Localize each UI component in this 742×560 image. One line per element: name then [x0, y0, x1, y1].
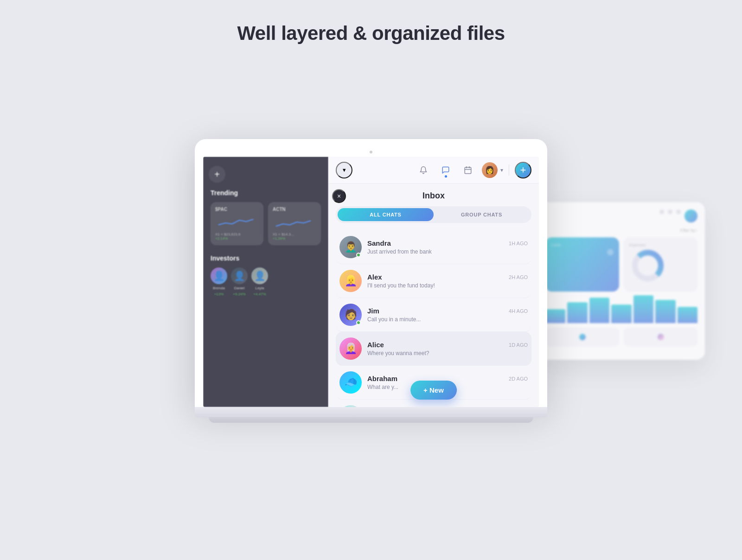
chat-avatar-wrap-jim: 🧑: [339, 304, 362, 326]
dash-btn-blue: [684, 210, 697, 223]
ticker-actn: ACTN: [273, 207, 316, 212]
inbox-title: Inbox: [422, 191, 445, 201]
nav-chat-btn[interactable]: [437, 162, 454, 178]
chat-item-sandra[interactable]: 👨‍🦱 Sandra 1H AGO Just arrived: [336, 230, 531, 264]
chat-preview-sandra: Just arrived from the bank: [367, 248, 528, 255]
laptop-screen: + Trending $PAC X1 = $23,623.6 +2.14%: [203, 157, 539, 407]
chat-info-sandra: Sandra 1H AGO Just arrived from the bank: [367, 239, 528, 255]
chat-preview-jim: Call you in a minute...: [367, 316, 528, 323]
top-nav: ▾: [328, 157, 539, 184]
trending-title: Trending: [211, 189, 321, 197]
chat-time-abraham: 2D AGO: [509, 376, 528, 382]
chat-name-alex: Alex: [367, 273, 382, 281]
change-actn: +1.26%: [273, 236, 316, 241]
trend-card-spac: $PAC X1 = $23,623.6 +2.14%: [211, 202, 263, 245]
investors-title: Investors: [211, 255, 321, 262]
investor-name-brenda: Brenda: [213, 286, 225, 290]
device-area: Filter by~ Cards Expenses: [0, 54, 742, 508]
page-title: Well layered & organized files: [237, 22, 505, 45]
ticker-spac: $PAC: [215, 207, 259, 212]
dash-filter-label: Filter by~: [545, 228, 697, 233]
dash-small-card-1: [545, 328, 619, 346]
chat-name-abraham: Abraham: [367, 375, 397, 382]
left-panel-add-btn: +: [209, 166, 225, 183]
chat-avatar-wrap-abraham: 🧢: [339, 371, 362, 394]
avatar-brenda: 👤: [211, 267, 227, 284]
chat-item-jim[interactable]: 🧑 Jim 4H AGO Call you in a minu: [336, 298, 531, 332]
chat-name-sandra: Sandra: [367, 239, 391, 247]
chat-name-alice: Alice: [367, 341, 384, 349]
chat-avatar-wrap-alice: 👩‍🦳: [339, 337, 362, 360]
laptop: + Trending $PAC X1 = $23,623.6 +2.14%: [195, 139, 547, 423]
laptop-foot: [209, 417, 533, 423]
avatar-alice: 👩‍🦳: [339, 337, 362, 360]
chat-time-jim: 4H AGO: [509, 308, 528, 314]
chat-info-alex: Alex 2H AGO I'll send you the fund today…: [367, 273, 528, 289]
tab-group-chats[interactable]: GROUP CHATS: [434, 208, 530, 221]
laptop-base: [195, 407, 547, 417]
avatar-abraham: 🧢: [339, 371, 362, 394]
investor-name-daniel: Daniel: [234, 286, 245, 290]
investor-leyla: 👤 Leyla +4.47%: [251, 267, 268, 296]
chat-time-alice: 1D AGO: [509, 342, 528, 348]
investor-change-daniel: +9.24%: [233, 292, 245, 296]
dash-dot: [659, 210, 664, 214]
nav-bell-btn[interactable]: [415, 162, 432, 178]
chat-item-alice[interactable]: 👩‍🦳 Alice 1D AGO Where you wanna meet?: [336, 332, 531, 366]
investor-brenda: 👤 Brenda +13%: [211, 267, 227, 296]
chat-panel: ▾: [328, 157, 539, 407]
investor-change-leyla: +4.47%: [253, 292, 266, 296]
price-actn: X1 = $14.3...: [273, 232, 316, 236]
chat-avatar-wrap-alex: 👱‍♀️: [339, 270, 362, 292]
chat-time-sandra: 1H AGO: [509, 241, 528, 246]
dash-card-expenses: Expenses: [624, 237, 697, 292]
plus-icon: +: [520, 164, 526, 176]
investor-change-brenda: +13%: [214, 292, 224, 296]
inbox-close-btn[interactable]: ×: [332, 189, 346, 203]
right-dashboard: Filter by~ Cards Expenses: [538, 202, 705, 360]
avatar-alex: 👱‍♀️: [339, 270, 362, 292]
inbox-header: × Inbox: [336, 184, 531, 206]
nav-user[interactable]: 👩 ▾: [482, 162, 503, 178]
chat-name-jim: Jim: [367, 307, 379, 315]
chevron-down-icon: ▾: [343, 166, 346, 173]
dash-small-card-2: [624, 328, 697, 346]
chat-info-jim: Jim 4H AGO Call you in a minute...: [367, 307, 528, 323]
online-indicator-jim: [356, 320, 361, 325]
avatar-leyla: 👤: [251, 267, 268, 284]
dash-bar-chart: [545, 295, 697, 323]
chat-avatar-wrap-sandra: 👨‍🦱: [339, 236, 362, 258]
price-spac: X1 = $23,623.6: [215, 232, 259, 236]
nav-calendar-btn[interactable]: [460, 162, 476, 178]
left-panel: + Trending $PAC X1 = $23,623.6 +2.14%: [203, 157, 328, 407]
tab-all-chats[interactable]: ALL CHATS: [338, 208, 434, 221]
trend-card-actn: ACTN X1 = $14.3... +1.26%: [268, 202, 321, 245]
chat-preview-alex: I'll send you the fund today!: [367, 282, 528, 289]
nav-user-chevron: ▾: [500, 167, 503, 173]
chat-item-rosie[interactable]: 👩 Rosie 2D AGO: [336, 400, 531, 407]
change-spac: +2.14%: [215, 236, 259, 241]
svg-rect-2: [465, 167, 471, 174]
nav-add-btn[interactable]: +: [515, 162, 531, 178]
laptop-camera: [370, 151, 372, 153]
nav-user-avatar: 👩: [482, 162, 498, 178]
nav-divider: [509, 165, 509, 176]
chat-item-alex[interactable]: 👱‍♀️ Alex 2H AGO I'll send you the fund …: [336, 264, 531, 298]
inbox-tabs: ALL CHATS GROUP CHATS: [336, 206, 531, 223]
investor-name-leyla: Leyla: [255, 286, 264, 290]
online-indicator-sandra: [356, 253, 361, 257]
investor-daniel: 👤 Daniel +9.24%: [231, 267, 248, 296]
close-icon: ×: [337, 192, 341, 200]
nav-dropdown-btn[interactable]: ▾: [336, 162, 352, 178]
dash-dot: [676, 210, 681, 214]
dash-dot: [668, 210, 672, 214]
chat-preview-alice: Where you wanna meet?: [367, 350, 528, 356]
new-button[interactable]: + New: [410, 381, 457, 400]
inbox-container: × Inbox ALL CHATS GROUP CHATS: [328, 184, 539, 407]
chat-info-alice: Alice 1D AGO Where you wanna meet?: [367, 341, 528, 356]
dash-card-credit: Cards: [545, 237, 619, 292]
avatar-daniel: 👤: [231, 267, 248, 284]
chat-time-alex: 2H AGO: [509, 274, 528, 280]
